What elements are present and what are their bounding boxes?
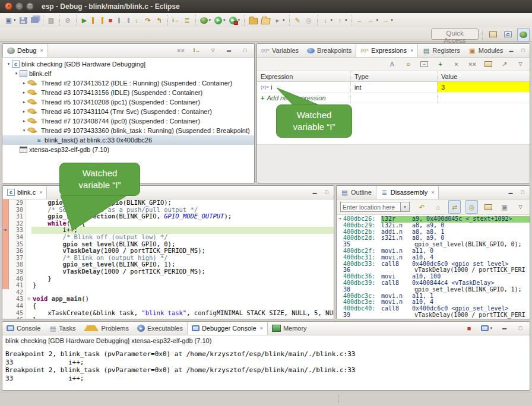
- close-tab-icon[interactable]: ×: [410, 47, 413, 53]
- dropdown-arrow-icon[interactable]: ▾: [376, 18, 379, 23]
- disassembly-line[interactable]: 39vTaskDelay(1000 / portTICK_PERI: [337, 312, 530, 319]
- line-number[interactable]: 38: [10, 261, 26, 268]
- maximize-button[interactable]: □: [239, 45, 251, 57]
- next-annotation-button[interactable]: ↓▾: [320, 14, 335, 27]
- tab-variables[interactable]: (x)=Variables: [257, 44, 303, 57]
- line-number[interactable]: 45: [10, 310, 26, 317]
- dropdown-arrow-icon[interactable]: ▾: [14, 18, 16, 23]
- fold-toggle-icon[interactable]: ⊖: [26, 296, 31, 303]
- tree-expander-icon[interactable]: ▸: [21, 90, 27, 95]
- annotation-ruler[interactable]: [2, 289, 10, 296]
- debug-tree-item[interactable]: ▸Thread #2 1073413512 (IDLE : Running) (…: [2, 78, 254, 88]
- tree-expander-icon[interactable]: ▸: [21, 119, 27, 123]
- tab-registers[interactable]: ▤Registers: [418, 44, 464, 57]
- code-line[interactable]: 39 vTaskDelay(1000 / portTICK_PERIOD_MS)…: [2, 268, 334, 275]
- code-line[interactable]: 41}: [2, 282, 334, 289]
- code-line[interactable]: 34 /* Blink off (output low) */: [2, 234, 334, 241]
- debug-tree-item[interactable]: ▸Thread #7 1073408744 (ipc0) (Suspended …: [2, 116, 254, 126]
- line-number[interactable]: 30: [10, 207, 26, 214]
- open-project-button[interactable]: [247, 14, 259, 27]
- debug-button[interactable]: ▾: [198, 14, 213, 27]
- code-line[interactable]: 30 /* Set the GPIO as a push/pull output…: [2, 207, 334, 214]
- open-folder-button[interactable]: [259, 14, 272, 27]
- disassembly-line[interactable]: 400dbc29:l32i.na8, a9, 0: [337, 223, 530, 229]
- annotation-ruler[interactable]: [2, 275, 10, 283]
- refresh-view-button[interactable]: ↶: [416, 201, 428, 213]
- step-return-button[interactable]: ↰: [154, 14, 165, 27]
- tab-executables[interactable]: ▶Executables: [133, 322, 187, 335]
- tree-expander-icon[interactable]: ▾: [21, 128, 27, 133]
- search-button[interactable]: ◎: [303, 14, 315, 27]
- annotation-ruler[interactable]: [2, 255, 10, 262]
- forward-button[interactable]: →▾: [380, 14, 395, 27]
- code-line[interactable]: 32 while(1) {: [2, 220, 334, 227]
- open-new-view-button[interactable]: [483, 201, 494, 213]
- disassembly-line[interactable]: 400dbc39:call80x400844c4 <vTaskDelay>: [337, 280, 530, 287]
- quick-access-button[interactable]: Quick Access: [431, 28, 479, 40]
- collapse-all-button[interactable]: −: [419, 58, 430, 71]
- resume-button[interactable]: ▶: [79, 14, 90, 27]
- maximize-view-button[interactable]: □: [520, 45, 526, 57]
- close-tab-icon[interactable]: ×: [260, 325, 263, 331]
- dropdown-arrow-icon[interactable]: ▾: [490, 326, 492, 331]
- tab-disassembly[interactable]: ≣Disassembly×: [376, 186, 439, 199]
- code-line[interactable]: 45 xTaskCreate(&blink_task, "blink_task"…: [2, 310, 334, 317]
- save-all-button[interactable]: [29, 14, 40, 27]
- view-menu-button[interactable]: ▽: [207, 45, 218, 57]
- line-number[interactable]: 37: [10, 255, 26, 262]
- last-edit-location-button[interactable]: ←: [354, 14, 366, 27]
- disassembly-line[interactable]: 400dbc2d:s32i.na8, a9, 0: [337, 235, 530, 242]
- debug-tree-item[interactable]: ▸Thread #6 1073431104 (Tmr Svc) (Suspend…: [2, 107, 254, 116]
- view-menu-button[interactable]: ▽: [515, 201, 526, 213]
- code-line[interactable]: 42: [2, 289, 334, 296]
- terminate-button[interactable]: ■: [105, 14, 116, 27]
- annotation-ruler[interactable]: [2, 261, 10, 268]
- code-line[interactable]: 38 gpio_set_level(BLINK_GPIO, 1);: [2, 261, 334, 268]
- instruction-stepping-button[interactable]: i→: [170, 14, 182, 27]
- line-number[interactable]: 39: [10, 268, 26, 275]
- show-type-names-button[interactable]: A: [387, 58, 398, 71]
- code-editor[interactable]: 29 gpio_pad_select_gpio(BLINK_GPIO);30 /…: [2, 199, 334, 319]
- view-menu-button[interactable]: ▽: [515, 58, 526, 71]
- dropdown-arrow-icon[interactable]: ▾: [283, 18, 285, 23]
- instruction-stepping-mode-button[interactable]: i→: [191, 45, 202, 57]
- line-number[interactable]: 41: [10, 282, 26, 289]
- annotation-ruler[interactable]: →: [2, 227, 10, 234]
- minimize-button[interactable]: ▬: [499, 322, 510, 335]
- tree-expander-icon[interactable]: ▾: [5, 62, 12, 66]
- line-number[interactable]: 43: [10, 296, 26, 303]
- annotation-ruler[interactable]: [2, 282, 10, 289]
- code-line[interactable]: 35 gpio_set_level(BLINK_GPIO, 0);: [2, 241, 334, 248]
- line-number[interactable]: 42: [10, 289, 26, 296]
- close-tab-icon[interactable]: ×: [431, 189, 434, 195]
- tree-expander-icon[interactable]: ▸: [21, 81, 27, 85]
- column-type[interactable]: Type: [351, 71, 438, 81]
- annotation-ruler[interactable]: [2, 199, 10, 207]
- previous-annotation-button[interactable]: ↑▾: [334, 14, 349, 27]
- cpp-perspective-button[interactable]: C: [502, 28, 514, 41]
- code-line[interactable]: 37 /* Blink on (output high) */: [2, 255, 334, 262]
- annotation-ruler[interactable]: [2, 248, 10, 255]
- code-line[interactable]: 43⊖void app_main(): [2, 296, 334, 303]
- annotation-ruler[interactable]: [2, 316, 10, 319]
- remove-all-expressions-button[interactable]: ××: [467, 58, 478, 71]
- window-close-button[interactable]: ×: [5, 2, 12, 10]
- annotation-ruler[interactable]: [2, 303, 10, 310]
- use-step-filters-button[interactable]: ≣: [182, 14, 193, 27]
- minimize-button[interactable]: ▬: [223, 45, 235, 57]
- disassembly-line[interactable]: 38gpio_set_level(BLINK_GPIO, 1);: [337, 287, 530, 293]
- annotation-ruler[interactable]: [2, 296, 10, 303]
- step-over-button[interactable]: ↷: [142, 14, 154, 27]
- line-number[interactable]: 40: [10, 275, 26, 283]
- code-line[interactable]: 46}: [2, 316, 334, 319]
- remove-expression-button[interactable]: ×: [451, 58, 462, 71]
- tab-outline[interactable]: ▤Outline: [337, 186, 376, 199]
- annotation-ruler[interactable]: [2, 268, 10, 275]
- run-button[interactable]: ▶▾: [213, 14, 227, 27]
- window-maximize-button[interactable]: □: [26, 2, 34, 10]
- display-selected-console-button[interactable]: ▾: [479, 322, 494, 335]
- minimize-view-button[interactable]: ▬: [311, 186, 319, 199]
- back-button[interactable]: ←▾: [366, 14, 381, 27]
- tab-breakpoints[interactable]: Breakpoints: [303, 44, 356, 57]
- annotation-ruler[interactable]: [2, 241, 10, 248]
